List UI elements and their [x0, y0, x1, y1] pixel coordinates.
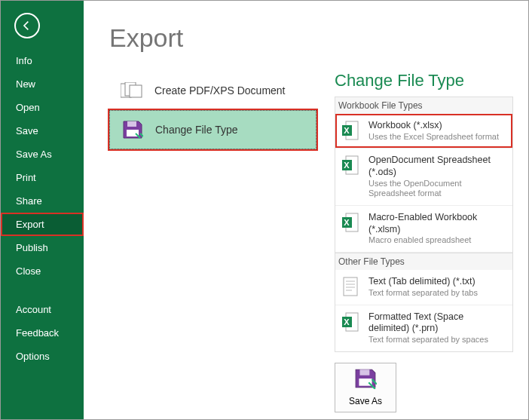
filetype-prn[interactable]: X Formatted Text (Space delimited) (*.pr…: [335, 305, 512, 351]
group-workbook-types: Workbook File Types: [335, 97, 512, 114]
nav-save-as[interactable]: Save As: [1, 143, 84, 166]
filetype-xlsm-desc: Macro enabled spreadsheet: [368, 235, 506, 246]
save-as-label: Save As: [349, 396, 382, 406]
filetype-txt-title: Text (Tab delimited) (*.txt): [368, 276, 478, 288]
filetype-txt[interactable]: Text (Tab delimited) (*.txt) Text format…: [335, 270, 512, 305]
filetype-xlsm-title: Macro-Enabled Workbook (*.xlsm): [368, 212, 506, 235]
svg-rect-3: [127, 121, 136, 127]
nav-feedback[interactable]: Feedback: [1, 321, 84, 345]
filetype-xlsm[interactable]: X Macro-Enabled Workbook (*.xlsm) Macro …: [335, 206, 512, 253]
export-change-file-type[interactable]: Change File Type: [109, 110, 316, 149]
export-create-pdf[interactable]: Create PDF/XPS Document: [109, 71, 316, 110]
nav-account[interactable]: Account: [1, 298, 84, 321]
group-other-types: Other File Types: [335, 253, 512, 270]
nav-info[interactable]: Info: [1, 49, 84, 72]
pdf-icon: [120, 80, 144, 101]
nav-save[interactable]: Save: [1, 119, 84, 143]
filetype-xlsx[interactable]: X Workbook (*.xlsx) Uses the Excel Sprea…: [335, 114, 512, 149]
filetype-ods-desc: Uses the OpenDocument Spreadsheet format: [368, 179, 506, 200]
export-change-file-type-label: Change File Type: [155, 124, 237, 136]
backstage-sidebar: Info New Open Save Save As Print Share E…: [1, 1, 84, 419]
svg-rect-22: [360, 369, 370, 376]
svg-text:X: X: [344, 317, 350, 326]
svg-text:X: X: [344, 218, 350, 227]
filetype-ods[interactable]: X OpenDocument Spreadsheet (*.ods) Uses …: [335, 149, 512, 206]
save-as-button[interactable]: Save As: [335, 363, 396, 412]
nav-publish[interactable]: Publish: [1, 236, 84, 259]
svg-rect-2: [130, 85, 142, 97]
export-options-column: Create PDF/XPS Document Change File Type: [109, 71, 316, 412]
file-type-panel: Change File Type Workbook File Types X W…: [335, 71, 513, 412]
svg-text:X: X: [344, 161, 350, 170]
nav-print[interactable]: Print: [1, 166, 84, 189]
filetype-ods-title: OpenDocument Spreadsheet (*.ods): [368, 155, 506, 178]
excel-file-icon: X: [340, 120, 361, 141]
text-file-icon: [340, 276, 361, 297]
excel-file-icon: X: [340, 212, 361, 233]
excel-file-icon: X: [340, 155, 361, 176]
nav-open[interactable]: Open: [1, 96, 84, 119]
save-floppy-icon: [354, 368, 377, 391]
nav-close[interactable]: Close: [1, 259, 84, 283]
back-button[interactable]: [14, 13, 40, 38]
change-file-type-title: Change File Type: [335, 71, 513, 90]
svg-text:X: X: [344, 126, 350, 135]
export-create-pdf-label: Create PDF/XPS Document: [154, 84, 286, 97]
nav-options[interactable]: Options: [1, 345, 84, 368]
filetype-xlsx-desc: Uses the Excel Spreadsheet format: [368, 132, 499, 143]
main-content: Export Create PDF/XPS Document Change Fi…: [84, 1, 528, 419]
page-title: Export: [109, 23, 513, 53]
save-floppy-icon: [121, 119, 145, 140]
nav-share[interactable]: Share: [1, 189, 84, 213]
file-type-list: Workbook File Types X Workbook (*.xlsx) …: [335, 97, 513, 352]
back-arrow-icon: [21, 20, 33, 32]
nav-new[interactable]: New: [1, 72, 84, 96]
filetype-xlsx-title: Workbook (*.xlsx): [368, 120, 499, 132]
nav-export[interactable]: Export: [1, 213, 84, 236]
filetype-prn-desc: Text format separated by spaces: [368, 335, 506, 345]
svg-rect-14: [344, 277, 357, 296]
filetype-prn-title: Formatted Text (Space delimited) (*.prn): [368, 311, 506, 335]
filetype-txt-desc: Text format separated by tabs: [368, 288, 478, 299]
excel-file-icon: X: [340, 311, 361, 333]
